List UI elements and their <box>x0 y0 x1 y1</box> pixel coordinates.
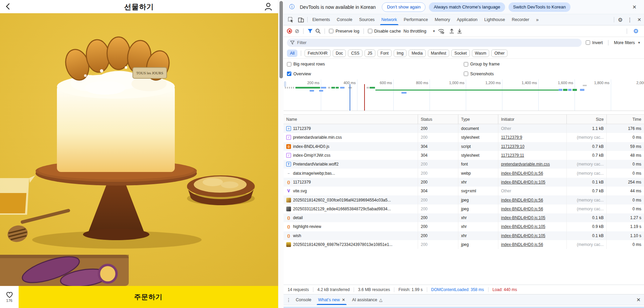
inspect-element-button[interactable] <box>286 14 296 25</box>
filter-chip-img[interactable]: Img <box>394 50 407 57</box>
screenshots-input[interactable] <box>464 72 468 76</box>
table-row[interactable]: {}detail200xhrindex-BNDL4HD0.js:1050.1 k… <box>284 213 644 222</box>
table-row[interactable]: ∕pretendardvariable.min.css200stylesheet… <box>284 133 644 142</box>
filter-chip-other[interactable]: Other <box>491 50 507 57</box>
more-filters-dropdown[interactable]: More filters ▼ <box>614 40 641 45</box>
search-network-button[interactable] <box>315 28 320 34</box>
filter-chip-all[interactable]: All <box>287 50 297 57</box>
column-header-type[interactable]: Type <box>458 115 498 124</box>
table-row[interactable]: Vvite.svg304svg+xmlOther0.7 kB44 ms <box>284 187 644 195</box>
column-header-name[interactable]: Name <box>284 115 418 124</box>
initiator-link[interactable]: index-BNDL4HD0.js:56 <box>501 198 543 203</box>
initiator-link[interactable]: 11712379:9 <box>501 135 522 140</box>
big-request-rows-input[interactable] <box>287 62 291 66</box>
close-icon[interactable]: ✕ <box>342 297 345 302</box>
drawer-tab-ai-assistance[interactable]: AI assistance△ <box>349 294 386 305</box>
table-row[interactable]: {}wish200xhrindex-BNDL4HD0.js:1050.1 kB1… <box>284 231 644 240</box>
tab-sources[interactable]: Sources <box>356 14 378 25</box>
drawer-close-button[interactable]: ✕ <box>634 294 643 305</box>
record-network-log-button[interactable] <box>287 28 292 34</box>
devtools-menu-button[interactable]: ⋮ <box>625 14 635 25</box>
filter-chip-fetchxhr[interactable]: Fetch/XHR <box>305 50 331 57</box>
filter-chip-font[interactable]: Font <box>377 50 392 57</box>
drawer-menu-button[interactable]: ⋮ <box>285 294 292 305</box>
filter-chip-css[interactable]: CSS <box>348 50 362 57</box>
drawer-tab-what-s-new[interactable]: What's new✕ <box>315 294 349 305</box>
big-request-rows-checkbox[interactable]: Big request rows <box>287 62 464 66</box>
preserve-log-checkbox-input[interactable] <box>329 29 333 33</box>
table-row[interactable]: –data:image/webp;bas...200webpindex-BNDL… <box>284 169 644 177</box>
invert-filter-checkbox[interactable]: Invert <box>586 40 603 45</box>
column-header-time[interactable]: Time <box>606 115 644 124</box>
overview-checkbox[interactable]: Overview <box>287 72 464 76</box>
tab-performance[interactable]: Performance <box>400 14 432 25</box>
initiator-link[interactable]: index-BNDL4HD0.js:105 <box>501 180 545 185</box>
initiator-link[interactable]: 11712379:10 <box>501 144 524 149</box>
tab-console[interactable]: Console <box>333 14 356 25</box>
device-toolbar-button[interactable] <box>296 14 306 25</box>
table-row[interactable]: TPretendardVariable.woff2200fontpretenda… <box>284 160 644 169</box>
tab-elements[interactable]: Elements <box>309 14 333 25</box>
initiator-link[interactable]: index-BNDL4HD0.js:56 <box>501 242 543 247</box>
notification-action-button-0[interactable]: Don't show again <box>382 2 425 12</box>
import-har-button[interactable] <box>449 28 454 34</box>
tab-memory[interactable]: Memory <box>431 14 453 25</box>
tab-recorder[interactable]: Recorder <box>508 14 533 25</box>
network-settings-button[interactable]: ⚙ <box>631 27 641 35</box>
notification-close-button[interactable]: ✕ <box>630 3 639 11</box>
filter-input[interactable]: Filter <box>287 39 582 47</box>
initiator-link[interactable]: index-BNDL4HD0.js:105 <box>501 215 545 220</box>
filter-chip-manifest[interactable]: Manifest <box>428 50 449 57</box>
more-tabs-button[interactable]: » <box>533 14 542 25</box>
tab-network[interactable]: Network <box>378 14 400 25</box>
screenshots-checkbox[interactable]: Screenshots <box>464 72 641 76</box>
disable-cache-checkbox-input[interactable] <box>368 29 372 33</box>
filter-toggle-button[interactable] <box>308 29 313 33</box>
filter-chip-media[interactable]: Media <box>409 50 426 57</box>
table-row[interactable]: 20250331162129_e8de4166853848729c5abad98… <box>284 205 644 213</box>
devtools-close-button[interactable]: ✕ <box>635 14 644 25</box>
table-row[interactable]: ∕index-DmipYJWr.css304stylesheet11712379… <box>284 151 644 160</box>
initiator-link[interactable]: index-BNDL4HD0.js:56 <box>501 207 543 211</box>
notification-action-button-2[interactable]: Switch DevTools to Korean <box>508 2 570 12</box>
export-har-button[interactable] <box>457 28 462 34</box>
wish-button[interactable]: 176 <box>0 286 19 308</box>
table-row[interactable]: {}highlight-review200xhrindex-BNDL4HD0.j… <box>284 222 644 231</box>
initiator-link[interactable]: index-BNDL4HD0.js:105 <box>501 224 545 229</box>
initiator-link[interactable]: index-BNDL4HD0.js:105 <box>501 233 545 238</box>
table-row[interactable]: {}index-BNDL4HD0.js304script11712379:100… <box>284 142 644 151</box>
notification-action-button-1[interactable]: Always match Chrome's language <box>429 2 505 12</box>
overview-resize-handle[interactable] <box>284 81 286 87</box>
disable-cache-checkbox[interactable]: Disable cache <box>368 29 401 34</box>
column-header-size[interactable]: Size <box>566 115 606 124</box>
initiator-link[interactable]: 11712379:11 <box>501 153 524 158</box>
overview-input[interactable] <box>287 72 291 76</box>
back-button[interactable] <box>3 2 13 11</box>
preserve-log-checkbox[interactable]: Preserve log <box>329 29 359 34</box>
invert-checkbox-input[interactable] <box>586 40 590 45</box>
network-conditions-button[interactable] <box>438 28 444 34</box>
clear-network-log-button[interactable]: ⊘ <box>295 28 299 34</box>
group-by-frame-checkbox[interactable]: Group by frame <box>464 62 641 66</box>
initiator-link[interactable]: pretendardvariable.min.css <box>501 162 550 167</box>
network-overview-timeline[interactable]: 200 ms400 ms600 ms800 ms1,000 ms1,200 ms… <box>284 79 644 111</box>
drawer-tab-console[interactable]: Console <box>292 294 315 305</box>
initiator-link[interactable]: index-BNDL4HD0.js:56 <box>501 171 543 176</box>
order-button[interactable]: 주문하기 <box>19 286 278 308</box>
filter-chip-wasm[interactable]: Wasm <box>472 50 490 57</box>
table-row[interactable]: 20250218142602_030fce0196af42189694554c0… <box>284 195 644 204</box>
filter-chip-socket[interactable]: Socket <box>451 50 470 57</box>
column-header-status[interactable]: Status <box>418 115 458 124</box>
table-row[interactable]: 20250218142609_6987fe72334243978013e1085… <box>284 240 644 249</box>
throttling-dropdown[interactable]: No throttling ▼ <box>403 29 435 34</box>
tab-lighthouse[interactable]: Lighthouse <box>481 14 508 25</box>
table-row[interactable]: {}11712379200xhrindex-BNDL4HD0.js:1050.1… <box>284 178 644 187</box>
page-scrollbar[interactable] <box>278 0 284 308</box>
devtools-settings-button[interactable]: ⚙ <box>616 14 625 25</box>
tab-application[interactable]: Application <box>453 14 481 25</box>
group-by-frame-input[interactable] <box>464 62 468 66</box>
profile-button[interactable] <box>263 1 273 12</box>
scrollbar-thumb[interactable] <box>279 1 283 78</box>
table-row[interactable]: ≡11712379200documentOther1.1 kB176 ms <box>284 124 644 133</box>
column-header-initiator[interactable]: Initiator <box>498 115 566 124</box>
